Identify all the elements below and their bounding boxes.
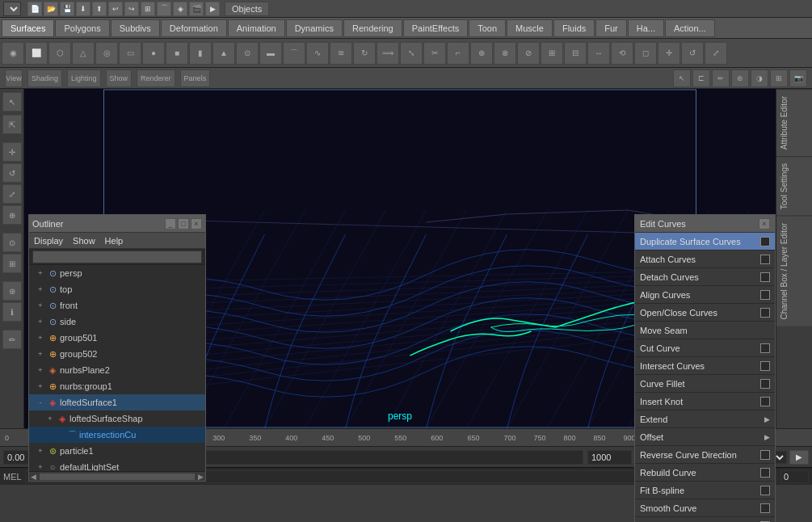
ec-option-box[interactable] <box>760 308 770 318</box>
ec-option-box[interactable] <box>760 255 770 264</box>
tab-painteffects[interactable]: PaintEffects <box>403 19 469 37</box>
snap-curve-icon[interactable]: ⌒ <box>157 2 171 16</box>
tree-item-nurbsgroup1[interactable]: + ⊕ nurbs:group1 <box>29 378 205 394</box>
shelf-cone[interactable]: △ <box>72 42 95 65</box>
tab-animation[interactable]: Animation <box>228 19 285 37</box>
ec-option-box[interactable] <box>760 379 770 389</box>
outliner-maximize-btn[interactable]: □ <box>178 218 189 229</box>
tree-item-side[interactable]: + ⊙ side <box>29 314 205 330</box>
shelf-project[interactable]: ⊗ <box>494 42 516 65</box>
ec-item-cv-hardness[interactable]: CV Hardness <box>635 517 775 522</box>
shelf-attach[interactable]: ⊞ <box>541 42 563 65</box>
ec-item-attach-curves[interactable]: Attach Curves <box>635 250 775 268</box>
ec-option-box[interactable] <box>760 503 770 513</box>
tree-item-front[interactable]: + ⊙ front <box>29 297 205 314</box>
shelf-rebuild[interactable]: ⟲ <box>611 42 633 65</box>
tab-fur[interactable]: Fur <box>595 19 627 37</box>
ec-item-cut-curve[interactable]: Cut Curve <box>635 339 775 357</box>
tab-polygons[interactable]: Polygons <box>55 19 109 37</box>
shelf-plane[interactable]: ▭ <box>119 42 141 65</box>
tab-deformation[interactable]: Deformation <box>161 19 227 37</box>
last-tool[interactable]: ⊕ <box>2 205 22 225</box>
layout-icon[interactable]: ⊞ <box>770 69 788 87</box>
shelf-nurbs-sphere[interactable]: ● <box>142 42 165 65</box>
outliner-minimize-btn[interactable]: _ <box>165 218 176 229</box>
shelf-curve2[interactable]: ∿ <box>306 42 329 65</box>
shelf-nurbs-cyl[interactable]: ▮ <box>189 42 212 65</box>
shelf-detach[interactable]: ⊟ <box>564 42 587 65</box>
panels-menu[interactable]: Panels <box>180 69 211 87</box>
tree-item-group501[interactable]: + ⊕ group501 <box>29 330 205 346</box>
ec-item-intersect-curves[interactable]: Intersect Curves <box>635 357 775 375</box>
tab-surfaces[interactable]: Surfaces <box>2 19 54 37</box>
coord-z-input[interactable] <box>780 470 809 483</box>
soft-select-icon[interactable]: ⊛ <box>731 69 749 87</box>
shelf-revolve[interactable]: ↻ <box>353 42 376 65</box>
ec-item-rebuild-curve[interactable]: Rebuild Curve <box>635 464 775 482</box>
shelf-trim[interactable]: ✂ <box>423 42 446 65</box>
tab-subdivs[interactable]: Subdivs <box>111 19 160 37</box>
shelf-extrude[interactable]: ⟹ <box>377 42 399 65</box>
info-tool[interactable]: ℹ <box>2 302 22 322</box>
ec-item-reverse-curve[interactable]: Reverse Curve Direction <box>635 446 775 464</box>
ec-option-box[interactable] <box>760 397 770 406</box>
tree-item-persp[interactable]: + ⊙ persp <box>29 265 205 281</box>
ec-option-box[interactable] <box>760 237 770 246</box>
ec-item-align-curves[interactable]: Align Curves <box>635 286 775 304</box>
ec-option-box[interactable] <box>760 361 770 371</box>
tree-item-defaultlightset[interactable]: + ○ defaultLightSet <box>29 459 205 471</box>
shelf-select[interactable]: ◻ <box>634 42 657 65</box>
shelf-curve1[interactable]: ⌒ <box>283 42 305 65</box>
renderer-menu[interactable]: Renderer <box>137 69 175 87</box>
tab-ha[interactable]: Ha... <box>628 19 664 37</box>
hscroll-track[interactable] <box>40 474 195 480</box>
soft-mod-tool[interactable]: ⊙ <box>2 233 22 252</box>
tab-tool-settings[interactable]: Tool Settings <box>776 156 812 216</box>
tree-item-top[interactable]: + ⊙ top <box>29 281 205 297</box>
shading-menu[interactable]: Shading <box>27 69 62 87</box>
ec-item-extend[interactable]: Extend ▶ <box>635 410 775 428</box>
save-file-icon[interactable]: 💾 <box>60 2 74 16</box>
ec-item-fit-bspline[interactable]: Fit B-spline <box>635 482 775 499</box>
ec-item-duplicate-surface-curves[interactable]: Duplicate Surface Curves <box>635 233 775 250</box>
ec-option-box[interactable] <box>760 468 770 478</box>
shelf-nurbs-plane[interactable]: ▬ <box>259 42 282 65</box>
show-manip[interactable]: ⊞ <box>2 254 22 273</box>
tab-action[interactable]: Action... <box>665 19 715 37</box>
open-file-icon[interactable]: 📂 <box>44 2 58 16</box>
tree-item-particle1[interactable]: + ⊛ particle1 <box>29 443 205 459</box>
new-file-icon[interactable]: 📄 <box>27 2 42 16</box>
shelf-move[interactable]: ✛ <box>658 42 680 65</box>
tree-item-loftedshape[interactable]: + ◈ loftedSurfaceShap <box>29 410 205 427</box>
shelf-birail[interactable]: ⤡ <box>400 42 423 65</box>
shelf-scale[interactable]: ⤢ <box>705 42 727 65</box>
tab-fluids[interactable]: Fluids <box>553 19 595 37</box>
outliner-menu-display[interactable]: Display <box>34 236 63 246</box>
playblast-icon[interactable]: ▶ <box>205 2 220 16</box>
tab-attribute-editor[interactable]: Attribute Editor <box>776 89 812 156</box>
shelf-loft[interactable]: ≋ <box>330 42 352 65</box>
display-icon[interactable]: ◑ <box>751 69 768 87</box>
outliner-menu-help[interactable]: Help <box>105 236 124 246</box>
scale-tool[interactable]: ⤢ <box>2 184 22 204</box>
shelf-nurbs-cone[interactable]: ▲ <box>212 42 235 65</box>
undo-icon[interactable]: ↩ <box>108 2 123 16</box>
range-end-input[interactable] <box>587 450 632 465</box>
ec-item-insert-knot[interactable]: Insert Knot <box>635 393 775 410</box>
render-icon[interactable]: 🎬 <box>189 2 204 16</box>
shelf-nurbs-cube[interactable]: ■ <box>166 42 188 65</box>
import-icon[interactable]: ⬇ <box>76 2 90 16</box>
select-tool-icon[interactable]: ↖ <box>673 69 691 87</box>
ec-item-smooth-curve[interactable]: Smooth Curve <box>635 499 775 517</box>
tree-item-nurbsplane2[interactable]: + ◈ nurbsPlane2 <box>29 362 205 378</box>
shelf-bevel[interactable]: ⌐ <box>447 42 469 65</box>
shelf-stitch[interactable]: ⊕ <box>470 42 493 65</box>
ec-item-curve-fillet[interactable]: Curve Fillet <box>635 375 775 393</box>
tab-channel-box[interactable]: Channel Box / Layer Editor <box>776 216 812 326</box>
ec-item-offset[interactable]: Offset ▶ <box>635 428 775 446</box>
objects-button[interactable]: Objects <box>225 2 269 16</box>
shelf-sphere[interactable]: ◉ <box>2 42 24 65</box>
ec-item-detach-curves[interactable]: Detach Curves <box>635 268 775 286</box>
outliner-menu-show[interactable]: Show <box>73 236 95 246</box>
ec-item-open-close-curves[interactable]: Open/Close Curves <box>635 304 775 322</box>
